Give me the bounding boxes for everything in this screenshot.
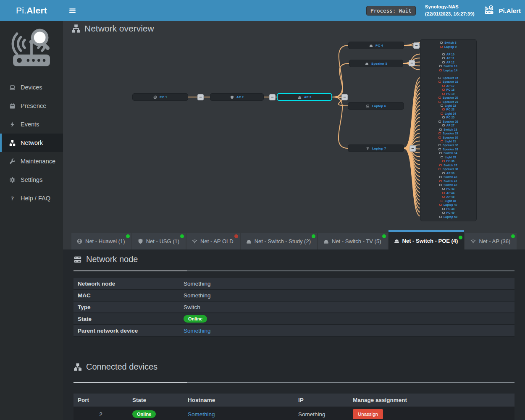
device-list-item[interactable]: Switch 37: [420, 163, 476, 167]
tab-net-ap-36[interactable]: Net - AP (36): [465, 233, 517, 249]
wifi-icon: [366, 147, 370, 150]
device-list-item[interactable]: Speaker 16: [420, 80, 476, 84]
device-list-item[interactable]: PC 48: [420, 207, 476, 210]
device-list-item[interactable]: Switch 28: [420, 127, 476, 131]
sidebar: DevicesPresenceEventsNetworkMaintenanceS…: [0, 21, 63, 420]
brand-right[interactable]: Pi.Alert: [483, 5, 521, 16]
sidebar-item-events[interactable]: Events: [0, 115, 63, 134]
table-row: Network nodeSomething: [74, 278, 514, 290]
network-node-lt6[interactable]: Laptop 6: [348, 102, 404, 110]
device-list-item[interactable]: Switch 40: [420, 175, 476, 179]
hub-icon: [298, 95, 302, 99]
device-list-item[interactable]: Speaker 32: [420, 143, 476, 147]
device-list-item[interactable]: Switch 41: [420, 179, 476, 183]
device-list-item[interactable]: AP 11: [420, 56, 476, 60]
tab-net-ap-old[interactable]: Net - AP OLD: [186, 233, 240, 249]
network-node-sp5[interactable]: Speaker 5: [349, 60, 403, 67]
device-list-item[interactable]: Laptop 47: [420, 203, 476, 207]
device-type-icon: [439, 152, 442, 154]
wifi-icon: [192, 239, 197, 244]
network-node-ap2[interactable]: AP 2: [210, 93, 264, 101]
device-list-item[interactable]: AP 27: [420, 123, 476, 127]
row-label: Type: [74, 304, 179, 310]
device-list-item[interactable]: PC 49: [420, 211, 476, 215]
device-list-item[interactable]: Switch 8: [420, 41, 476, 45]
device-name: Light 35: [445, 156, 456, 159]
sidebar-item-settings[interactable]: Settings: [0, 171, 63, 189]
device-list-item[interactable]: AP 45: [420, 195, 476, 199]
device-list-item[interactable]: AP 10: [420, 52, 476, 56]
device-type-icon: [440, 42, 443, 44]
hub-icon: [369, 44, 373, 47]
device-list-item[interactable]: PC 23: [420, 108, 476, 111]
device-list-item[interactable]: Light 35: [420, 155, 476, 159]
device-name: Light 22: [445, 104, 456, 107]
collapse-button[interactable]: −: [410, 145, 416, 152]
tab-label: Net - Huawei (1): [85, 238, 125, 244]
device-list-item[interactable]: Light 22: [420, 104, 476, 108]
device-name: Switch 42: [444, 184, 457, 186]
sidebar-item-network[interactable]: Network: [0, 134, 63, 152]
hostname-link[interactable]: Something: [188, 411, 215, 417]
device-list-item[interactable]: Light 24: [420, 112, 476, 116]
collapse-button[interactable]: −: [341, 94, 348, 100]
device-list-item[interactable]: PC 19: [420, 92, 476, 95]
device-list-item[interactable]: AP 44: [420, 191, 476, 195]
node-label: PC 1: [160, 95, 167, 99]
tab-net-huawei-1[interactable]: Net - Huawei (1): [71, 233, 131, 249]
device-list-item[interactable]: Speaker 21: [420, 100, 476, 103]
device-list-item[interactable]: Laptop 9: [420, 45, 476, 49]
collapse-button[interactable]: −: [197, 94, 204, 100]
device-list-item[interactable]: Switch 34: [420, 151, 476, 155]
device-list-item[interactable]: Speaker 30: [420, 135, 476, 139]
device-name: AP 27: [446, 124, 454, 127]
device-type-icon: [442, 116, 445, 118]
device-list-item[interactable]: Switch 13: [420, 64, 476, 68]
network-node-ap3[interactable]: AP 3: [277, 93, 332, 101]
sidebar-item-devices[interactable]: Devices: [0, 78, 63, 97]
network-node-pc1[interactable]: PC 1: [132, 93, 188, 101]
unassign-button[interactable]: Unassign: [353, 409, 383, 419]
device-list-item[interactable]: Switch 42: [420, 183, 476, 187]
parent-device-link[interactable]: Something: [184, 328, 211, 334]
device-list-item[interactable]: Speaker 26: [420, 120, 476, 123]
sidebar-item-label: Events: [21, 121, 39, 128]
device-list-item[interactable]: Speaker 15: [420, 76, 476, 80]
tab-net-switch-study-2[interactable]: Net - Switch - Study (2): [241, 233, 317, 249]
device-name: Speaker 26: [443, 120, 458, 123]
collapse-button[interactable]: −: [269, 94, 276, 100]
device-type-icon: [439, 164, 442, 166]
device-list-item[interactable]: PC 43: [420, 187, 476, 191]
sidebar-item-presence[interactable]: Presence: [0, 97, 63, 115]
tab-net-switch-poe-4[interactable]: Net - Switch - POE (4): [388, 230, 465, 249]
network-node-lt7[interactable]: Laptop 7: [348, 144, 404, 152]
network-node-pc4[interactable]: PC 4: [348, 42, 404, 49]
device-list-item[interactable]: Speaker 33: [420, 147, 476, 151]
device-type-icon: [442, 89, 445, 91]
device-name: Light 31: [445, 140, 456, 143]
device-list-item[interactable]: Light 31: [420, 139, 476, 143]
tab-net-switch-tv-5[interactable]: Net - Switch - TV (5): [318, 233, 388, 249]
device-type-icon: [441, 156, 443, 158]
device-list-item[interactable]: Speaker 20: [420, 96, 476, 100]
device-list-item[interactable]: Light 46: [420, 199, 476, 203]
device-type-icon: [442, 172, 445, 174]
device-list-item[interactable]: AP 12: [420, 60, 476, 64]
device-list-item[interactable]: PC 25: [420, 116, 476, 119]
tab-net-usg-1[interactable]: Net - USG (1): [132, 233, 186, 249]
device-list-item[interactable]: Laptop 14: [420, 68, 476, 72]
sidebar-item-help[interactable]: ?Help / FAQ: [0, 189, 63, 207]
device-list-item[interactable]: Speaker 38: [420, 167, 476, 171]
device-list-item[interactable]: AP 17: [420, 84, 476, 88]
collapse-button[interactable]: −: [409, 60, 415, 66]
hub-icon: [365, 62, 369, 66]
device-list-item[interactable]: AP 39: [420, 171, 476, 175]
sidebar-item-maintenance[interactable]: Maintenance: [0, 152, 63, 171]
hamburger-menu-icon[interactable]: [67, 6, 77, 15]
device-list-item[interactable]: Speaker 29: [420, 131, 476, 135]
collapse-button[interactable]: −: [413, 42, 420, 49]
device-list-item[interactable]: Laptop 50: [420, 215, 476, 218]
device-list-item[interactable]: PC 36: [420, 159, 476, 163]
device-list-item[interactable]: PC 18: [420, 88, 476, 92]
sitemap-icon: [71, 24, 81, 33]
